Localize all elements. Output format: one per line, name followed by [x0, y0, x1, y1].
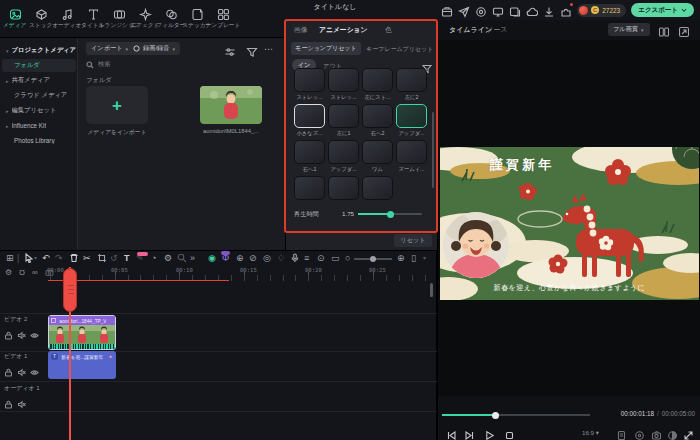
search-input[interactable]: 検索 [86, 60, 111, 69]
preset-small-zoom[interactable]: 小さなズ... [294, 104, 325, 138]
preset-left-2[interactable]: 左に2 [396, 68, 427, 102]
preset-partial-3[interactable] [362, 176, 393, 200]
undo-icon[interactable]: ↶ [42, 253, 50, 264]
title-clip[interactable]: T 新春を迎...謹賀新年 ✦ [48, 351, 116, 379]
record-icon[interactable]: ⊙ [317, 253, 325, 264]
import-media-tile[interactable]: + [86, 86, 148, 124]
tab-color[interactable]: 色 [385, 25, 392, 35]
display-icon[interactable] [492, 4, 504, 16]
zoom-slider[interactable] [354, 258, 392, 260]
expand-icon[interactable] [678, 24, 690, 36]
stop-icon[interactable] [504, 427, 515, 438]
media-item-thumbnail[interactable] [200, 86, 262, 124]
nav-filter[interactable]: フィルター [159, 7, 183, 30]
record-button[interactable]: 録画/録音▾ [128, 42, 180, 55]
preset-left-1[interactable]: 左に1 [328, 104, 359, 138]
tab-motion-presets[interactable]: モーションプリセット [291, 42, 361, 55]
text-icon[interactable]: T [124, 253, 130, 264]
marker-icon[interactable]: ♢ [277, 253, 285, 264]
share-icon[interactable] [458, 4, 470, 16]
more-tools-icon[interactable]: » [190, 253, 195, 264]
media-view-icon[interactable]: ⊞ [6, 253, 14, 264]
preset-wham[interactable]: ワム [362, 140, 393, 174]
sidebar-item-photos-library[interactable]: Photos Library [2, 134, 76, 147]
nav-audio[interactable]: オーディオ [55, 7, 79, 30]
more-icon[interactable]: ⋯ [264, 44, 276, 56]
denoise-icon[interactable]: ⊘ [249, 253, 257, 264]
speed-icon[interactable]: ◔ [151, 253, 156, 264]
sidebar-item-shared-media[interactable]: ▸共有メディア [2, 74, 76, 87]
sidebar-item-cloud-media[interactable]: クラウド メディア [2, 89, 76, 102]
duration-slider[interactable] [358, 213, 422, 215]
preset-stretch-1[interactable]: ストレッ... [294, 68, 325, 102]
preset-partial-2[interactable] [328, 176, 359, 200]
sidebar-item-influence-kit[interactable]: ▸Influence Kit [2, 119, 76, 132]
nav-transition[interactable]: トランジション [107, 7, 131, 30]
render-icon[interactable] [634, 427, 645, 438]
nav-effects[interactable]: エフェクト [133, 7, 157, 30]
import-button[interactable]: インポート▾ [86, 42, 133, 55]
mixer-icon[interactable]: ≡ [304, 253, 309, 264]
funnel-icon[interactable] [246, 44, 258, 56]
nav-stock[interactable]: ストック [29, 7, 53, 30]
frame-export-icon[interactable]: ▭ [331, 253, 340, 264]
history-icon[interactable]: ○ [345, 253, 350, 264]
sidebar-item-folder[interactable]: フォルダ [2, 59, 76, 72]
mute-icon[interactable] [17, 363, 26, 372]
quality-selector[interactable]: フル画質▾ [608, 23, 650, 36]
preset-up-down[interactable]: アップダ... [328, 140, 359, 174]
preset-zoom-in[interactable]: ズームイ... [396, 140, 427, 174]
tab-animation[interactable]: アニメーション [319, 25, 368, 35]
eye-icon[interactable] [30, 363, 39, 372]
mute-icon[interactable] [17, 326, 26, 335]
mic-icon[interactable] [290, 253, 300, 266]
preset-stretch-2[interactable]: ストレッ... [328, 68, 359, 102]
compound-icon[interactable]: ◎ [263, 253, 271, 264]
preset-partial-1[interactable] [294, 176, 325, 200]
preset-right-1[interactable]: 右へ1 [294, 140, 325, 174]
magnet-icon[interactable]: Ω [19, 268, 25, 277]
video-clip[interactable]: aomidori...1844_TP_V [48, 315, 116, 350]
track-height-icon[interactable]: ▯ [411, 253, 416, 264]
storage-icon[interactable] [441, 4, 453, 16]
nav-template[interactable]: テンプレート [211, 7, 235, 30]
cloud-icon[interactable] [526, 4, 538, 16]
seek-bar[interactable] [442, 414, 590, 416]
tab-keyframe-presets[interactable]: キーフレームプリセット [366, 45, 434, 54]
play-icon[interactable] [484, 427, 495, 438]
redo-icon[interactable]: ↷ [55, 253, 63, 264]
reset-button[interactable]: リセット [394, 234, 432, 247]
zoom-slider-handle[interactable] [370, 256, 376, 262]
lock-icon[interactable] [4, 363, 13, 372]
cursor-icon[interactable] [24, 253, 34, 266]
step-forward-icon[interactable] [464, 427, 475, 438]
panel-scrollbar[interactable] [432, 112, 434, 188]
chevron-down-icon[interactable]: ▾ [423, 253, 426, 264]
download-icon[interactable] [543, 4, 555, 16]
plugins-icon[interactable] [560, 4, 572, 16]
trash-icon[interactable] [69, 253, 79, 266]
resize-icon[interactable] [683, 427, 694, 438]
columns-icon[interactable] [658, 24, 670, 36]
preset-up-down-selected[interactable]: アップダ... [396, 104, 427, 138]
eye-icon[interactable] [30, 326, 39, 335]
playhead-handle[interactable] [63, 268, 77, 312]
sidebar-item-project-media[interactable]: ▾プロジェクトメディア [2, 44, 76, 57]
mute-icon[interactable] [17, 395, 26, 404]
track-gear-icon[interactable]: ⚙ [5, 268, 12, 277]
stabilize-icon[interactable]: ⊕ [236, 253, 244, 264]
media-library-icon[interactable] [509, 4, 521, 16]
mask-icon[interactable]: ◉ [208, 253, 216, 264]
rotate-icon[interactable]: ↺ [110, 253, 118, 264]
tab-image[interactable]: 画像 [294, 25, 308, 35]
crop-icon[interactable] [97, 253, 107, 266]
chevron-down-icon[interactable]: ▾ [34, 253, 37, 264]
snapshot-icon[interactable] [651, 427, 662, 438]
settings-icon[interactable]: ⚙ [164, 253, 172, 264]
aspect-ratio-selector[interactable]: 16:9 ▾ [582, 429, 599, 436]
sliders-icon[interactable] [224, 44, 236, 56]
preset-right-2[interactable]: 右へ2 [362, 104, 393, 138]
zoom-fit-icon[interactable]: ⊕ [397, 253, 405, 264]
tab-source-preview[interactable]: ソース [486, 25, 507, 35]
lock-icon[interactable] [4, 326, 13, 335]
